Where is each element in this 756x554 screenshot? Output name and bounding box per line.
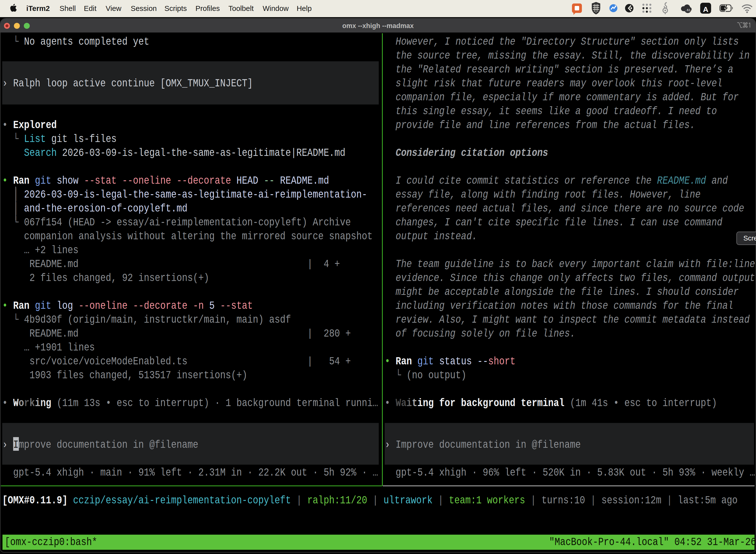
svg-text:A: A xyxy=(703,5,708,13)
svg-text:..61: ..61 xyxy=(685,8,691,12)
